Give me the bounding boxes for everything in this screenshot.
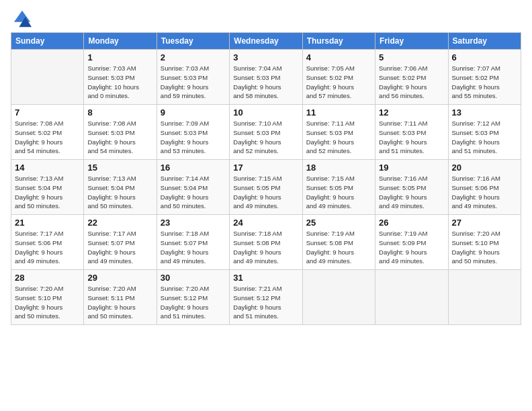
calendar-cell [302,270,375,325]
day-info: Sunrise: 7:08 AMSunset: 5:02 PMDaylight:… [15,119,80,156]
day-info: Sunrise: 7:20 AMSunset: 5:12 PMDaylight:… [161,284,226,321]
calendar-cell: 22Sunrise: 7:17 AMSunset: 5:07 PMDayligh… [84,215,157,270]
calendar-cell [11,50,84,105]
day-info: Sunrise: 7:19 AMSunset: 5:08 PMDaylight:… [306,229,371,266]
day-info: Sunrise: 7:15 AMSunset: 5:05 PMDaylight:… [306,174,371,211]
calendar-week-row: 28Sunrise: 7:20 AMSunset: 5:10 PMDayligh… [11,270,521,325]
day-info: Sunrise: 7:12 AMSunset: 5:03 PMDaylight:… [452,119,517,156]
day-number: 12 [379,107,444,118]
day-number: 14 [15,163,80,173]
svg-marker-0 [14,11,30,22]
day-info: Sunrise: 7:10 AMSunset: 5:03 PMDaylight:… [233,119,298,156]
calendar-cell: 18Sunrise: 7:15 AMSunset: 5:05 PMDayligh… [302,160,375,215]
day-number: 24 [233,218,298,228]
day-info: Sunrise: 7:03 AMSunset: 5:03 PMDaylight:… [87,64,152,101]
day-info: Sunrise: 7:11 AMSunset: 5:03 PMDaylight:… [306,119,371,156]
day-number: 30 [161,273,226,283]
day-info: Sunrise: 7:17 AMSunset: 5:06 PMDaylight:… [15,229,80,266]
day-number: 25 [306,218,371,228]
calendar-cell: 26Sunrise: 7:19 AMSunset: 5:09 PMDayligh… [375,215,448,270]
calendar-cell: 27Sunrise: 7:20 AMSunset: 5:10 PMDayligh… [448,215,521,270]
day-number: 9 [161,107,226,118]
day-info: Sunrise: 7:09 AMSunset: 5:03 PMDaylight:… [161,119,226,156]
day-info: Sunrise: 7:14 AMSunset: 5:04 PMDaylight:… [161,174,226,211]
weekday-header: Monday [84,33,157,50]
day-number: 26 [379,218,444,228]
weekday-header: Tuesday [157,33,229,50]
day-number: 3 [233,52,298,62]
calendar-cell: 3Sunrise: 7:04 AMSunset: 5:03 PMDaylight… [230,50,302,105]
calendar-cell: 9Sunrise: 7:09 AMSunset: 5:03 PMDaylight… [157,105,229,160]
calendar-cell: 19Sunrise: 7:16 AMSunset: 5:05 PMDayligh… [375,160,448,215]
weekday-header: Friday [375,33,448,50]
calendar-cell: 11Sunrise: 7:11 AMSunset: 5:03 PMDayligh… [302,105,375,160]
day-number: 19 [379,163,444,173]
day-number: 29 [87,273,152,283]
calendar-cell [375,270,448,325]
header [11,7,521,28]
day-number: 8 [87,107,152,118]
calendar-cell: 23Sunrise: 7:18 AMSunset: 5:07 PMDayligh… [157,215,229,270]
day-info: Sunrise: 7:13 AMSunset: 5:04 PMDaylight:… [15,174,80,211]
day-number: 13 [452,107,517,118]
weekday-header: Thursday [302,33,375,50]
calendar-cell: 7Sunrise: 7:08 AMSunset: 5:02 PMDaylight… [11,105,84,160]
day-info: Sunrise: 7:15 AMSunset: 5:05 PMDaylight:… [233,174,298,211]
calendar-cell: 2Sunrise: 7:03 AMSunset: 5:03 PMDaylight… [157,50,229,105]
day-number: 27 [452,218,517,228]
day-number: 11 [306,107,371,118]
day-number: 23 [161,218,226,228]
weekday-header: Wednesday [230,33,302,50]
day-number: 31 [233,273,298,283]
day-number: 20 [452,163,517,173]
calendar-cell: 6Sunrise: 7:07 AMSunset: 5:02 PMDaylight… [448,50,521,105]
day-number: 2 [161,52,226,62]
day-info: Sunrise: 7:05 AMSunset: 5:02 PMDaylight:… [306,64,371,101]
logo-icon [13,9,32,28]
calendar-cell: 12Sunrise: 7:11 AMSunset: 5:03 PMDayligh… [375,105,448,160]
calendar-cell: 20Sunrise: 7:16 AMSunset: 5:06 PMDayligh… [448,160,521,215]
calendar-cell [448,270,521,325]
day-number: 6 [452,52,517,62]
calendar-cell: 28Sunrise: 7:20 AMSunset: 5:10 PMDayligh… [11,270,84,325]
calendar-week-row: 7Sunrise: 7:08 AMSunset: 5:02 PMDaylight… [11,105,521,160]
day-number: 17 [233,163,298,173]
day-info: Sunrise: 7:08 AMSunset: 5:03 PMDaylight:… [87,119,152,156]
calendar-cell: 29Sunrise: 7:20 AMSunset: 5:11 PMDayligh… [84,270,157,325]
calendar-cell: 17Sunrise: 7:15 AMSunset: 5:05 PMDayligh… [230,160,302,215]
day-info: Sunrise: 7:03 AMSunset: 5:03 PMDaylight:… [161,64,226,101]
calendar-cell: 1Sunrise: 7:03 AMSunset: 5:03 PMDaylight… [84,50,157,105]
day-info: Sunrise: 7:21 AMSunset: 5:12 PMDaylight:… [233,284,298,321]
weekday-header: Sunday [11,33,84,50]
calendar-body: 1Sunrise: 7:03 AMSunset: 5:03 PMDaylight… [11,50,521,325]
calendar-cell: 24Sunrise: 7:18 AMSunset: 5:08 PMDayligh… [230,215,302,270]
calendar-cell: 14Sunrise: 7:13 AMSunset: 5:04 PMDayligh… [11,160,84,215]
calendar-cell: 25Sunrise: 7:19 AMSunset: 5:08 PMDayligh… [302,215,375,270]
day-info: Sunrise: 7:07 AMSunset: 5:02 PMDaylight:… [452,64,517,101]
day-number: 5 [379,52,444,62]
day-number: 28 [15,273,80,283]
calendar-cell: 16Sunrise: 7:14 AMSunset: 5:04 PMDayligh… [157,160,229,215]
day-info: Sunrise: 7:06 AMSunset: 5:02 PMDaylight:… [379,64,444,101]
day-number: 18 [306,163,371,173]
calendar-cell: 30Sunrise: 7:20 AMSunset: 5:12 PMDayligh… [157,270,229,325]
calendar-cell: 13Sunrise: 7:12 AMSunset: 5:03 PMDayligh… [448,105,521,160]
day-number: 1 [87,52,152,62]
calendar-table: SundayMondayTuesdayWednesdayThursdayFrid… [11,32,521,325]
day-info: Sunrise: 7:20 AMSunset: 5:10 PMDaylight:… [452,229,517,266]
day-info: Sunrise: 7:20 AMSunset: 5:11 PMDaylight:… [87,284,152,321]
day-number: 10 [233,107,298,118]
calendar-cell: 5Sunrise: 7:06 AMSunset: 5:02 PMDaylight… [375,50,448,105]
day-number: 22 [87,218,152,228]
calendar-week-row: 21Sunrise: 7:17 AMSunset: 5:06 PMDayligh… [11,215,521,270]
weekday-header: Saturday [448,33,521,50]
day-info: Sunrise: 7:16 AMSunset: 5:05 PMDaylight:… [379,174,444,211]
day-info: Sunrise: 7:04 AMSunset: 5:03 PMDaylight:… [233,64,298,101]
calendar-header: SundayMondayTuesdayWednesdayThursdayFrid… [11,33,521,50]
calendar-cell: 15Sunrise: 7:13 AMSunset: 5:04 PMDayligh… [84,160,157,215]
calendar-cell: 8Sunrise: 7:08 AMSunset: 5:03 PMDaylight… [84,105,157,160]
calendar-week-row: 14Sunrise: 7:13 AMSunset: 5:04 PMDayligh… [11,160,521,215]
calendar-cell: 31Sunrise: 7:21 AMSunset: 5:12 PMDayligh… [230,270,302,325]
calendar-cell: 10Sunrise: 7:10 AMSunset: 5:03 PMDayligh… [230,105,302,160]
day-number: 4 [306,52,371,62]
